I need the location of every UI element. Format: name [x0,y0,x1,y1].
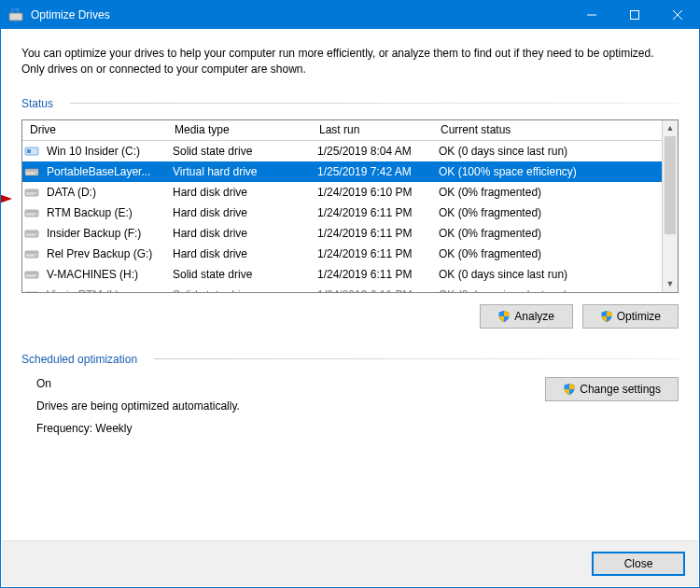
table-row[interactable]: V-MACHINES (H:)Solid state drive1/24/201… [22,264,662,285]
scroll-thumb[interactable] [665,136,676,234]
drive-name: PortableBaseLayer... [43,165,150,178]
drive-name: RTM Backup (E:) [43,206,133,219]
current-status: OK (100% space efficiency) [435,165,659,178]
optimize-label: Optimize [617,310,661,323]
col-status[interactable]: Current status [437,120,661,139]
shield-icon [563,383,576,396]
intro-text: You can optimize your drives to help you… [21,46,679,78]
schedule-on: On [36,377,545,390]
drive-icon [24,289,39,293]
scroll-down-icon[interactable]: ▼ [663,276,678,292]
drive-icon [24,228,39,239]
table-header: Drive Media type Last run Current status [22,120,662,141]
analyze-label: Analyze [514,310,554,323]
table-row[interactable]: Win 10 Insider (C:)Solid state drive1/25… [22,141,662,161]
last-run: 1/24/2019 6:11 PM [314,288,435,293]
table-row[interactable]: Virgin RTM (I:)Solid state drive1/24/201… [22,285,662,293]
schedule-desc: Drives are being optimized automatically… [36,399,545,413]
current-status: OK (0 days since last run) [435,145,659,158]
close-label: Close [624,557,653,570]
schedule-label: Scheduled optimization [21,353,137,366]
drive-icon [24,269,39,280]
last-run: 1/24/2019 6:11 PM [314,206,435,219]
change-settings-button[interactable]: Change settings [545,377,679,401]
drive-icon [24,146,39,157]
drive-name: Rel Prev Backup (G:) [43,247,152,260]
last-run: 1/25/2019 8:04 AM [314,145,435,158]
scroll-up-icon[interactable]: ▲ [663,120,678,136]
current-status: OK (0 days since last run) [435,268,659,281]
media-type: Solid state drive [169,268,314,281]
media-type: Hard disk drive [169,247,314,260]
table-row[interactable]: Rel Prev Backup (G:)Hard disk drive1/24/… [22,244,662,264]
col-lastrun[interactable]: Last run [315,120,437,139]
last-run: 1/24/2019 6:11 PM [314,247,435,260]
drive-name: Virgin RTM (I:) [43,288,119,293]
last-run: 1/24/2019 6:11 PM [314,268,435,281]
current-status: OK (0 days since last run) [435,288,659,293]
shield-icon [497,310,511,323]
status-label: Status [21,97,53,110]
drive-name: DATA (D:) [43,186,96,199]
media-type: Solid state drive [169,145,314,158]
scrollbar[interactable]: ▲ ▼ [662,120,678,292]
optimize-button[interactable]: Optimize [582,304,679,329]
table-row[interactable]: DATA (D:)Hard disk drive1/24/2019 6:10 P… [22,182,662,203]
current-status: OK (0% fragmented) [435,186,659,199]
drive-name: Win 10 Insider (C:) [43,145,140,158]
divider [70,103,679,104]
last-run: 1/24/2019 6:10 PM [314,186,435,199]
drive-icon [24,187,39,198]
col-media[interactable]: Media type [171,120,315,139]
svg-rect-8 [631,11,639,20]
titlebar: Optimize Drives [1,1,699,29]
media-type: Hard disk drive [169,186,314,199]
media-type: Hard disk drive [169,206,314,219]
media-type: Solid state drive [169,288,314,293]
selection-arrow-icon [0,193,18,207]
media-type: Hard disk drive [169,227,314,240]
shield-icon [600,310,613,323]
bottom-bar: Close [2,540,698,586]
last-run: 1/24/2019 6:11 PM [314,227,435,240]
drive-name: V-MACHINES (H:) [43,268,138,281]
drive-icon [24,248,39,259]
change-settings-label: Change settings [580,383,661,396]
close-dialog-button[interactable]: Close [592,552,685,576]
table-row[interactable]: Insider Backup (F:)Hard disk drive1/24/2… [22,223,662,244]
schedule-freq: Frequency: Weekly [36,422,545,435]
drives-table: Drive Media type Last run Current status… [21,119,679,293]
last-run: 1/25/2019 7:42 AM [314,165,435,178]
analyze-button[interactable]: Analyze [480,304,573,329]
current-status: OK (0% fragmented) [435,227,659,240]
drive-icon [24,207,39,218]
drive-name: Insider Backup (F:) [43,227,141,240]
table-row[interactable]: PortableBaseLayer...Virtual hard drive1/… [22,161,662,182]
app-icon [8,7,23,22]
drive-icon [24,166,39,177]
window-title: Optimize Drives [31,8,570,21]
current-status: OK (0% fragmented) [435,247,659,260]
minimize-button[interactable] [570,1,613,29]
media-type: Virtual hard drive [169,165,314,178]
divider [154,358,679,359]
current-status: OK (0% fragmented) [435,206,659,219]
close-button[interactable] [656,1,699,29]
col-drive[interactable]: Drive [26,120,171,139]
maximize-button[interactable] [613,1,656,29]
table-row[interactable]: RTM Backup (E:)Hard disk drive1/24/2019 … [22,203,662,223]
